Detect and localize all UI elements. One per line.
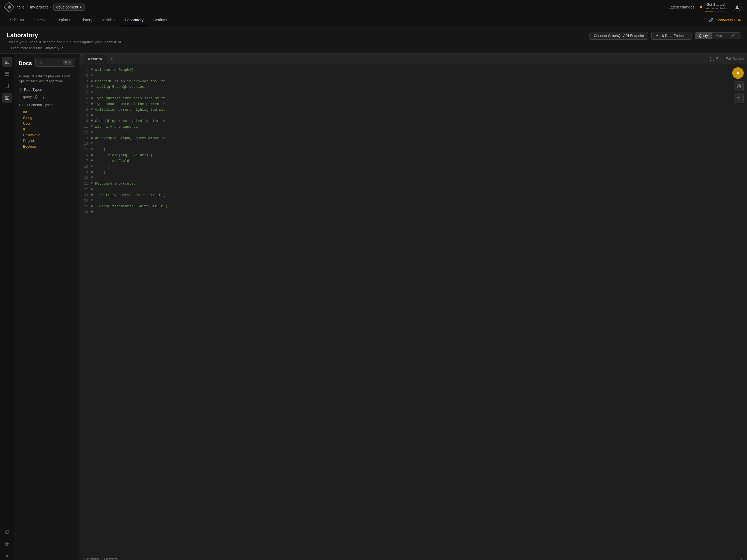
- connect-cdn-label: Connect to CDN: [716, 18, 742, 22]
- link-icon: 🔗: [709, 18, 713, 22]
- sidebar-icon-docs[interactable]: [2, 57, 12, 67]
- type-int[interactable]: Int: [19, 109, 75, 115]
- avatar[interactable]: [733, 3, 742, 11]
- editor-toolbar: [734, 81, 744, 103]
- sidebar-icon-bookmarks[interactable]: [2, 81, 12, 91]
- search-shortcut: ⌘ K: [62, 60, 72, 65]
- branch-dropdown[interactable]: development ▾: [53, 4, 85, 11]
- latest-changes-label: Latest changes: [669, 5, 695, 9]
- progress-bar: [705, 11, 726, 11]
- tab-laboratory[interactable]: Laboratory: [121, 14, 148, 26]
- query-type-item[interactable]: query : Query: [19, 94, 75, 100]
- sidebar-icon-grid[interactable]: [2, 539, 12, 549]
- logo-icon: [4, 2, 15, 12]
- full-schema-label: Full Schema Types: [22, 103, 52, 107]
- svg-rect-12: [7, 542, 9, 543]
- connect-cdn-btn[interactable]: 🔗 Connect to CDN: [709, 18, 742, 22]
- query-mode-tabs: Query Mock API: [695, 32, 741, 40]
- connect-endpoint-btn[interactable]: Connect GraphQL API Endpoint: [590, 32, 648, 40]
- code-content[interactable]: # Welcome to GraphiQL # # GraphiQL is an…: [91, 64, 747, 554]
- collapse-icon: −: [19, 88, 22, 92]
- tab-settings[interactable]: Settings: [149, 14, 172, 26]
- dot-indicator: [700, 6, 702, 8]
- query-key: query: [23, 95, 32, 99]
- sidebar-icons: [0, 54, 14, 560]
- tab-schema[interactable]: Schema: [5, 14, 28, 26]
- chevron-down-icon: ▾: [80, 5, 82, 9]
- branch-label: development: [56, 5, 78, 9]
- svg-rect-14: [7, 544, 9, 546]
- query-type-link[interactable]: Query: [35, 95, 44, 99]
- fullscreen-icon: [711, 57, 714, 61]
- breadcrumb-project[interactable]: my-project: [30, 5, 48, 9]
- page-header-right: Connect GraphQL API Endpoint Mock Data E…: [590, 32, 741, 40]
- type-helloworld[interactable]: HelloWorld: [19, 132, 75, 138]
- code-editor[interactable]: 12345 678910 1112131415 1617181920 21222…: [80, 64, 747, 554]
- query-tab[interactable]: Query: [695, 32, 712, 39]
- svg-rect-13: [5, 544, 7, 546]
- full-schema-header[interactable]: + Full Schema Types: [19, 103, 75, 107]
- svg-point-15: [6, 555, 8, 557]
- save-btn[interactable]: [734, 81, 744, 91]
- svg-rect-20: [738, 85, 740, 86]
- editor-tabs: <untitled> + Enter Full Screen: [80, 54, 747, 64]
- svg-point-0: [736, 5, 738, 7]
- breadcrumb-hello[interactable]: hello: [17, 5, 25, 9]
- page-title: Laboratory: [6, 32, 124, 39]
- prettify-btn[interactable]: [734, 94, 744, 103]
- line-numbers: 12345 678910 1112131415 1617181920 21222…: [80, 64, 91, 554]
- svg-marker-18: [737, 71, 740, 75]
- root-types-header[interactable]: − Root Types: [19, 87, 75, 92]
- variables-tab[interactable]: Variables: [84, 554, 99, 560]
- tab-history[interactable]: History: [76, 14, 97, 26]
- latest-changes-btn[interactable]: Latest changes: [669, 5, 695, 9]
- sep1: /: [27, 5, 28, 9]
- mock-tab[interactable]: Mock: [712, 32, 727, 39]
- fullscreen-btn[interactable]: Enter Full Screen: [711, 57, 744, 61]
- expand-icon: +: [19, 103, 21, 107]
- sep2: /: [50, 5, 51, 9]
- get-started-container[interactable]: Get Started 3 remaining tasks: [700, 2, 727, 11]
- mock-endpoint-btn[interactable]: Mock Data Endpoint: [651, 32, 692, 40]
- top-bar-right: Latest changes Get Started 3 remaining t…: [669, 2, 742, 11]
- tab-insights[interactable]: Insights: [98, 14, 120, 26]
- get-started-label: Get Started: [706, 2, 725, 6]
- type-string[interactable]: String: [19, 115, 75, 121]
- page-header-left: Laboratory Explore your GraphQL schema a…: [6, 32, 124, 50]
- collapse-bottom-btn[interactable]: ∧: [740, 557, 743, 560]
- run-button[interactable]: [732, 67, 744, 79]
- docs-description: A GraphQL schema provides a root type fo…: [19, 74, 75, 84]
- get-started-sub-label: 3 remaining tasks: [704, 6, 727, 10]
- progress-bar-fill: [705, 11, 713, 11]
- type-id[interactable]: ID: [19, 126, 75, 132]
- tab-checks[interactable]: Checks: [29, 14, 51, 26]
- sidebar-icon-settings[interactable]: [2, 551, 12, 560]
- docs-title: Docs: [19, 60, 32, 67]
- docs-panel: Docs ⌘ K A GraphQL schema provides a roo…: [14, 54, 80, 560]
- docs-search[interactable]: ⌘ K: [35, 58, 75, 67]
- svg-point-16: [39, 61, 41, 63]
- page-description: Explore your GraphQL schema and run quer…: [6, 40, 124, 44]
- fullscreen-label: Enter Full Screen: [716, 57, 744, 61]
- type-user[interactable]: User: [19, 121, 75, 126]
- headers-tab[interactable]: Headers: [104, 554, 118, 560]
- page-header: Laboratory Explore your GraphQL schema a…: [0, 26, 747, 54]
- api-tab[interactable]: API: [727, 32, 740, 39]
- learn-more-label: Learn more about the Laboratory: [11, 46, 59, 50]
- add-tab-btn[interactable]: +: [108, 55, 115, 62]
- top-bar: hello / my-project / development ▾ Lates…: [0, 0, 747, 14]
- learn-more-link[interactable]: ☐ Learn more about the Laboratory ↗: [6, 46, 124, 50]
- root-types-label: Root Types: [24, 87, 42, 92]
- type-boolean[interactable]: Boolean: [19, 144, 75, 149]
- type-project[interactable]: Project: [19, 138, 75, 144]
- sidebar-icon-terminal[interactable]: [2, 93, 12, 103]
- get-started-button[interactable]: Get Started 3 remaining tasks: [704, 2, 727, 11]
- editor-tab-untitled[interactable]: <untitled>: [83, 55, 107, 62]
- svg-rect-21: [738, 87, 740, 88]
- sidebar-icon-history[interactable]: [2, 69, 12, 79]
- tab-explorer[interactable]: Explorer: [52, 14, 75, 26]
- svg-rect-5: [5, 73, 9, 75]
- sidebar-icon-refresh[interactable]: [2, 527, 12, 537]
- breadcrumb: hello / my-project / development ▾: [17, 4, 85, 11]
- doc-icon: ☐: [6, 46, 9, 50]
